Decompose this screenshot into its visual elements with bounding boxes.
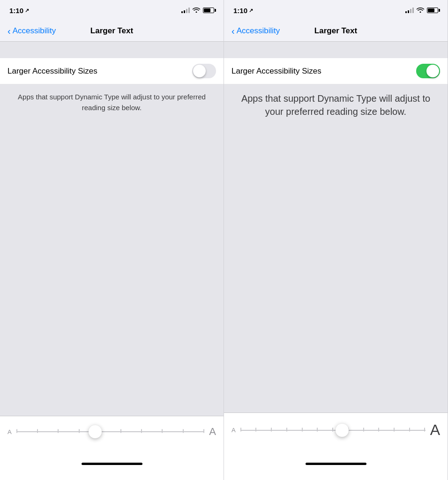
slider-track-container-right[interactable] (240, 423, 426, 437)
nav-gap-left (0, 42, 224, 58)
home-indicator-left (82, 463, 142, 465)
wifi-icon-left (193, 7, 200, 14)
accessibility-toggle-left[interactable] (192, 64, 216, 78)
status-time-left: 1:10 ↗ (9, 7, 29, 15)
home-indicator-area-left (0, 447, 224, 480)
toggle-thumb-left (193, 65, 206, 77)
slider-ticks-left (16, 431, 205, 433)
description-text-right: Apps that support Dynamic Type will adju… (233, 92, 438, 118)
nav-gap-right (224, 42, 448, 58)
slider-label-small-right: A (231, 427, 236, 434)
accessibility-sizes-label-right: Larger Accessibility Sizes (231, 67, 321, 76)
toggle-thumb-right (426, 65, 439, 77)
slider-thumb-right[interactable] (336, 424, 349, 437)
back-button-left[interactable]: ‹ Accessibility (7, 26, 56, 36)
settings-section-right: Larger Accessibility Sizes (224, 58, 448, 84)
slider-track-right (240, 430, 426, 431)
slider-ticks-right (240, 429, 426, 431)
status-bar-left: 1:10 ↗ (0, 0, 224, 21)
signal-bars-right (405, 8, 414, 13)
nav-bar-left: ‹ Accessibility Larger Text (0, 21, 224, 41)
nav-title-right: Larger Text (314, 26, 357, 36)
back-chevron-right: ‹ (231, 26, 235, 36)
nav-bar-right: ‹ Accessibility Larger Text (224, 21, 448, 41)
slider-label-large-right: A (430, 421, 440, 439)
status-icons-right (405, 7, 438, 14)
slider-label-small-left: A (7, 428, 12, 435)
status-bar-right: 1:10 ↗ (224, 0, 448, 21)
slider-area-left: A A (0, 416, 224, 447)
accessibility-sizes-row-right: Larger Accessibility Sizes (224, 58, 448, 84)
status-time-right: 1:10 ↗ (233, 7, 253, 15)
slider-thumb-left[interactable] (89, 425, 102, 438)
wifi-icon-right (417, 7, 424, 14)
accessibility-toggle-right[interactable] (416, 64, 440, 78)
back-chevron-left: ‹ (7, 26, 11, 36)
left-phone-panel: 1:10 ↗ ‹ Accessibility Larger Te (0, 0, 224, 480)
accessibility-sizes-label-left: Larger Accessibility Sizes (7, 67, 97, 76)
slider-track-left (16, 431, 205, 432)
home-indicator-area-right (224, 447, 448, 480)
back-label-right: Accessibility (237, 26, 280, 36)
back-button-right[interactable]: ‹ Accessibility (231, 26, 280, 36)
slider-label-large-left: A (209, 426, 216, 438)
description-area-right: Apps that support Dynamic Type will adju… (224, 84, 448, 412)
status-icons-left (181, 7, 214, 14)
battery-icon-right (427, 8, 438, 13)
settings-section-left: Larger Accessibility Sizes (0, 58, 224, 84)
slider-track-container-left[interactable] (16, 425, 205, 439)
accessibility-sizes-row-left: Larger Accessibility Sizes (0, 58, 224, 84)
home-indicator-right (306, 463, 366, 465)
location-arrow-right: ↗ (249, 8, 253, 14)
slider-area-right: A A (224, 412, 448, 447)
battery-icon-left (203, 8, 214, 13)
description-text-left: Apps that support Dynamic Type will adju… (9, 92, 214, 113)
right-phone-panel: 1:10 ↗ ‹ Accessibility Larger Te (224, 0, 448, 480)
location-arrow-left: ↗ (25, 8, 29, 14)
back-label-left: Accessibility (13, 26, 56, 36)
nav-title-left: Larger Text (90, 26, 133, 36)
description-area-left: Apps that support Dynamic Type will adju… (0, 84, 224, 416)
signal-bars-left (181, 8, 190, 13)
